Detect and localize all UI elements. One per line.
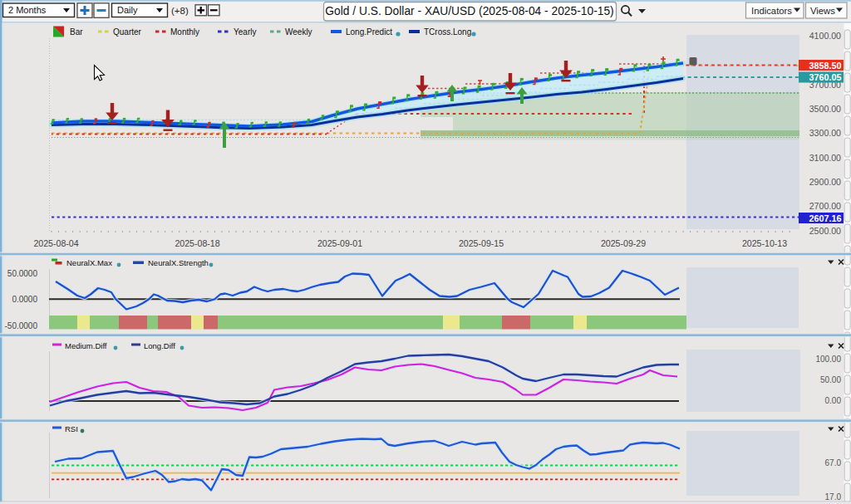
svg-text:2 Months: 2 Months	[8, 5, 47, 15]
svg-text:Indicators: Indicators	[751, 6, 792, 16]
svg-text:2025-08-04: 2025-08-04	[33, 238, 78, 248]
svg-text:Quarter: Quarter	[113, 27, 142, 37]
svg-text:Bar: Bar	[70, 27, 83, 37]
svg-text:67.0: 67.0	[825, 458, 842, 467]
svg-text:NeuralX.Max: NeuralX.Max	[66, 258, 112, 267]
svg-text:TCross.Long: TCross.Long	[424, 27, 471, 37]
svg-text:0.00: 0.00	[825, 396, 842, 405]
svg-text:(+8): (+8)	[171, 6, 189, 16]
svg-text:3500.00: 3500.00	[809, 104, 841, 114]
svg-text:17.0: 17.0	[825, 492, 842, 502]
svg-text:2025-10-13: 2025-10-13	[742, 238, 787, 248]
svg-text:3100.00: 3100.00	[809, 153, 841, 163]
svg-text:2025-09-15: 2025-09-15	[459, 238, 504, 248]
svg-text:3858.50: 3858.50	[809, 61, 841, 71]
svg-text:RSI: RSI	[65, 424, 78, 433]
svg-text:Long.Predict: Long.Predict	[346, 27, 392, 37]
svg-text:2700.00: 2700.00	[809, 201, 841, 211]
svg-text:Weekly: Weekly	[285, 27, 312, 37]
svg-text:4100.00: 4100.00	[809, 31, 841, 41]
svg-text:Yearly: Yearly	[234, 27, 256, 37]
svg-text:50.0000: 50.0000	[7, 269, 38, 278]
svg-text:Monthly: Monthly	[170, 27, 199, 37]
svg-text:Medium.Diff: Medium.Diff	[65, 341, 107, 350]
svg-text:2025-08-18: 2025-08-18	[175, 238, 219, 248]
svg-text:3300.00: 3300.00	[809, 128, 841, 138]
svg-text:2900.00: 2900.00	[809, 177, 841, 187]
svg-text:2607.16: 2607.16	[809, 213, 841, 223]
svg-text:3760.05: 3760.05	[809, 72, 841, 82]
svg-text:0.0000: 0.0000	[12, 295, 37, 304]
svg-text:Views: Views	[810, 6, 835, 16]
svg-text:-50.0000: -50.0000	[5, 321, 38, 330]
svg-text:2025-09-01: 2025-09-01	[317, 238, 362, 248]
svg-text:50.00: 50.00	[820, 375, 841, 384]
svg-text:2500.00: 2500.00	[809, 226, 841, 236]
svg-text:100.00: 100.00	[815, 355, 841, 364]
svg-text:2025-09-29: 2025-09-29	[601, 238, 646, 248]
svg-text:Long.Diff: Long.Diff	[144, 341, 175, 350]
svg-text:Daily: Daily	[117, 5, 138, 15]
svg-text:NeuralX.Strength: NeuralX.Strength	[148, 258, 209, 267]
svg-text:Gold / U.S. Dollar - XAU/USD (: Gold / U.S. Dollar - XAU/USD (2025-08-04…	[325, 5, 613, 17]
